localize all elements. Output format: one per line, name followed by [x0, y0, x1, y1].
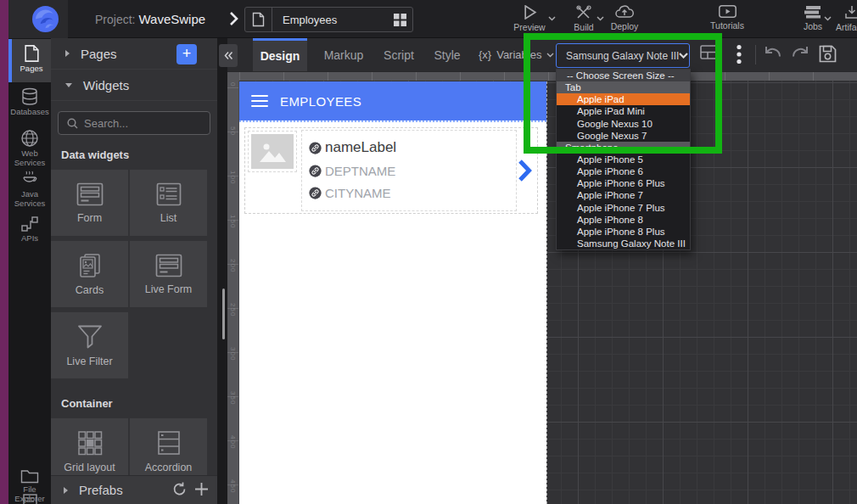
dropdown-option[interactable]: Apple iPhone 6: [557, 165, 690, 177]
variables-label: Variables: [496, 48, 541, 61]
save-icon[interactable]: [819, 45, 837, 63]
sidebar-item-partial[interactable]: [8, 494, 51, 504]
breadcrumb-chevron-icon: [228, 11, 238, 26]
widget-tile-cards[interactable]: Cards: [51, 241, 128, 307]
refresh-icon[interactable]: [172, 482, 187, 496]
widget-tile-live-filter[interactable]: Live Filter: [51, 312, 128, 378]
widget-search[interactable]: [58, 111, 210, 135]
sidebar-item-pages[interactable]: Pages: [8, 39, 51, 82]
preview-button[interactable]: Preview: [507, 5, 552, 32]
dropdown-option[interactable]: Apple iPhone 5: [557, 154, 690, 165]
panel-scrollbar[interactable]: [222, 288, 225, 339]
coffee-cup-icon: [20, 170, 39, 188]
data-widgets-section-label: Data widgets: [51, 135, 217, 170]
redo-icon[interactable]: [790, 45, 810, 62]
chevron-down-icon[interactable]: [548, 16, 556, 21]
add-prefab-icon[interactable]: [194, 482, 209, 496]
dropdown-group: Tab: [557, 81, 690, 93]
artifacts-button[interactable]: Artifacts: [833, 5, 857, 32]
mobile-page-header: EMPLOYEES: [239, 81, 546, 120]
search-input[interactable]: [84, 117, 203, 130]
vertical-ruler: 050100150200250300350400450: [227, 81, 238, 504]
screen-size-value: Samsung Galaxy Note III: [557, 50, 679, 62]
variables-button[interactable]: {x} Variables: [479, 38, 554, 71]
list-item-widget[interactable]: nameLabel DEPTNAME CITYNAME: [244, 127, 538, 214]
hamburger-menu-icon[interactable]: [251, 95, 268, 108]
widget-label: List: [160, 212, 176, 224]
layout-panels-icon[interactable]: [700, 45, 718, 59]
bound-label-name[interactable]: nameLabel: [309, 139, 516, 156]
widget-label: Accordion: [145, 462, 193, 473]
bound-label-cityname[interactable]: CITYNAME: [309, 186, 516, 200]
sidebar-item-web-services[interactable]: Web Services: [8, 129, 51, 167]
widget-tile-live-form[interactable]: Live Form: [130, 241, 207, 307]
screen-size-select[interactable]: Samsung Galaxy Note III: [556, 43, 690, 68]
select-caret-icon: [679, 53, 695, 59]
prefabs-section-header[interactable]: Prefabs: [51, 475, 217, 504]
ruler-label: 450: [229, 479, 237, 493]
add-page-button[interactable]: +: [176, 44, 197, 64]
bound-label-deptname[interactable]: DEPTNAME: [309, 164, 516, 178]
dropdown-option[interactable]: Apple iPhone 8: [557, 214, 690, 226]
dropdown-option[interactable]: Apple iPhone 7: [557, 189, 690, 201]
tools-icon: [576, 5, 591, 20]
deploy-button[interactable]: Deploy: [604, 5, 645, 31]
globe-icon: [20, 129, 39, 148]
sidebar-item-label: APIs: [21, 234, 38, 244]
dropdown-option[interactable]: Apple iPad Mini: [557, 105, 690, 117]
undo-icon[interactable]: [763, 45, 783, 62]
widgets-section-header[interactable]: Widgets: [51, 70, 217, 101]
live-form-icon: [155, 254, 182, 277]
ruler-label: 350: [229, 391, 237, 405]
chevron-down-icon[interactable]: [824, 16, 832, 21]
field-label: DEPTNAME: [325, 164, 395, 178]
tab-design[interactable]: Design: [253, 38, 307, 71]
container-section-label: Container: [51, 378, 217, 418]
horizontal-ruler: [227, 72, 857, 81]
chevron-down-icon[interactable]: [597, 16, 604, 21]
widget-label: Grid layout: [64, 462, 115, 473]
dropdown-option[interactable]: Apple iPhone 7 Plus: [557, 201, 690, 213]
dropdown-option[interactable]: Apple iPhone 6 Plus: [557, 177, 690, 189]
form-icon: [76, 182, 104, 206]
tutorials-button[interactable]: Tutorials: [706, 5, 748, 31]
widget-tile-form[interactable]: Form: [51, 170, 128, 236]
dropdown-option[interactable]: Google Nexus 10: [557, 118, 690, 130]
grid-view-icon[interactable]: [387, 14, 412, 26]
image-widget[interactable]: [248, 131, 297, 172]
sidebar-item-label: Databases: [10, 108, 48, 117]
widget-label: Live Filter: [66, 356, 112, 367]
accordion-icon: [156, 430, 182, 456]
variables-x-icon: {x}: [479, 48, 491, 61]
logo-block[interactable]: [8, 0, 68, 38]
pages-section-header[interactable]: Pages +: [51, 38, 217, 70]
sidebar-item-databases[interactable]: Databases: [8, 87, 51, 117]
chevron-right-icon[interactable]: [518, 159, 532, 182]
page-header-title: EMPLOYEES: [280, 94, 361, 109]
tab-script[interactable]: Script: [375, 38, 423, 71]
label-group[interactable]: nameLabel DEPTNAME CITYNAME: [301, 130, 517, 211]
ruler-label: 50: [229, 126, 237, 136]
editor-toolbar: Design Markup Script Style {x} Variables…: [227, 38, 857, 71]
page-tab-label: Employees: [272, 14, 387, 26]
dropdown-option[interactable]: Apple iPad: [557, 93, 690, 105]
video-icon: [719, 5, 737, 18]
tab-markup[interactable]: Markup: [317, 38, 370, 71]
dropdown-option[interactable]: Samsung Galaxy Note III: [557, 238, 690, 249]
tab-style[interactable]: Style: [426, 38, 468, 71]
open-page-tab[interactable]: Employees: [244, 7, 413, 32]
selection-dotted-border: [239, 120, 546, 122]
widget-label: Form: [77, 212, 102, 224]
dropdown-option[interactable]: Apple iPhone 8 Plus: [557, 226, 690, 238]
data-widgets-grid: Form List Cards Live Form Live Filter: [51, 170, 217, 378]
ruler-label: 250: [229, 303, 237, 316]
funnel-icon: [76, 324, 104, 350]
kebab-menu-icon[interactable]: [737, 44, 742, 64]
field-label: nameLabel: [325, 139, 396, 156]
sidebar-item-java-services[interactable]: Java Services: [8, 170, 51, 208]
device-page[interactable]: EMPLOYEES nameLabel DEPTNAME: [239, 81, 546, 504]
widget-tile-list[interactable]: List: [130, 170, 207, 236]
collapse-panel-button[interactable]: [219, 44, 238, 67]
sidebar-item-apis[interactable]: APIs: [8, 216, 51, 244]
dropdown-option[interactable]: Google Nexus 7: [557, 130, 690, 142]
